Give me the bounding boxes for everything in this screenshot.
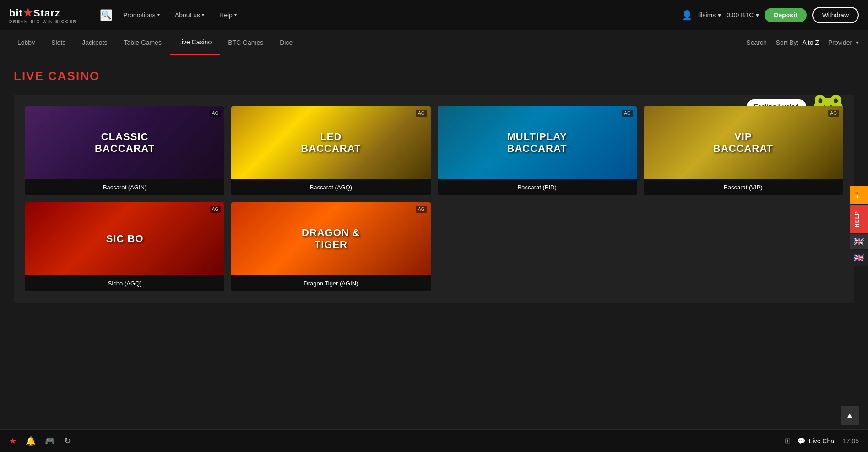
secondary-nav-right: Search Sort By: A to Z Provider ▾	[746, 39, 859, 46]
live-chat-button[interactable]: 💬 Live Chat	[797, 437, 836, 445]
main-content: LIVE CASINO Feeling Lucky! 🐸 CLASSICBACC…	[0, 55, 868, 330]
game-image-multiplay: MULTIPLAYBACCARAT AG	[438, 106, 637, 179]
logo-tagline: DREAM BIG WIN BIGGER	[9, 19, 77, 24]
live-chat-label: Live Chat	[809, 437, 836, 445]
game-image-vip: VIPBACCARAT AG	[644, 106, 843, 179]
bottom-bar: ★ 🔔 🎮 ↻ ⊞ 💬 Live Chat 17:05	[0, 429, 868, 452]
username-chevron: ▾	[718, 11, 721, 19]
game-label-baccarat-vip: Baccarat (VIP)	[644, 179, 843, 195]
games-grid-row1: CLASSICBACCARAT AG Baccarat (AGIN) LEDBA…	[25, 106, 843, 195]
bottom-icons: ★ 🔔 🎮 ↻	[9, 436, 71, 446]
deposit-button[interactable]: Deposit	[765, 8, 806, 22]
sidebar-tab-flag2[interactable]: 🇬🇧	[850, 250, 868, 266]
game-title-multiplay: MULTIPLAYBACCARAT	[507, 131, 567, 155]
right-sidebar: 🏆 HELP 🇬🇧 🇬🇧	[850, 186, 868, 266]
live-chat-icon: 💬	[797, 437, 805, 445]
game-card-baccarat-agq[interactable]: LEDBACCARAT AG Baccarat (AGQ)	[231, 106, 430, 195]
promotions-chevron: ▾	[157, 12, 160, 17]
game-label-baccarat-agq: Baccarat (AGQ)	[231, 179, 430, 195]
logo[interactable]: bit★Starz DREAM BIG WIN BIGGER	[9, 6, 77, 24]
ag-badge-multiplay: AG	[622, 110, 633, 117]
game-title-dragon: DRAGON &TIGER	[302, 227, 360, 251]
game-image-dragon: DRAGON &TIGER AG	[231, 202, 430, 275]
game-card-baccarat-vip[interactable]: VIPBACCARAT AG Baccarat (VIP)	[644, 106, 843, 195]
game-card-baccarat-bid[interactable]: MULTIPLAYBACCARAT AG Baccarat (BID)	[438, 106, 637, 195]
secondary-nav-left: Lobby Slots Jackpots Table Games Live Ca…	[9, 30, 746, 55]
sec-nav-tablegames[interactable]: Table Games	[116, 30, 170, 55]
game-title-overlay-dragon: DRAGON &TIGER	[231, 202, 430, 275]
time-display: 17:05	[843, 437, 859, 445]
sec-nav-dice[interactable]: Dice	[271, 30, 301, 55]
header-right: 👤 lilsims ▾ 0.00 BTC ▾ Deposit Withdraw	[681, 7, 859, 23]
game-image-classic: CLASSICBACCARAT AG	[25, 106, 224, 179]
scroll-to-top-button[interactable]: ▲	[841, 406, 859, 425]
game-title-led: LEDBACCARAT	[301, 131, 361, 155]
bottom-right: ⊞ 💬 Live Chat 17:05	[785, 436, 859, 445]
balance-chevron: ▾	[756, 11, 759, 19]
provider-label[interactable]: Provider ▾	[828, 39, 859, 46]
game-label-sicbo: Sicbo (AGQ)	[25, 275, 224, 291]
sidebar-tab-trophy[interactable]: 🏆	[850, 186, 868, 204]
game-card-sicbo[interactable]: SIC BO AG Sicbo (AGQ)	[25, 202, 224, 291]
games-grid-row2: SIC BO AG Sicbo (AGQ) DRAGON &TIGER AG D…	[25, 202, 843, 291]
search-label[interactable]: Search	[746, 39, 766, 46]
ag-badge-led: AG	[416, 110, 427, 117]
sec-nav-livecasino[interactable]: Live Casino	[170, 30, 220, 55]
game-card-baccarat-agin[interactable]: CLASSICBACCARAT AG Baccarat (AGIN)	[25, 106, 224, 195]
secondary-nav: Lobby Slots Jackpots Table Games Live Ca…	[0, 30, 868, 55]
game-title-overlay-sicbo: SIC BO	[25, 202, 224, 275]
user-avatar-icon: 👤	[681, 10, 693, 21]
game-label-baccarat-bid: Baccarat (BID)	[438, 179, 637, 195]
search-icon[interactable]: 🔍	[100, 9, 112, 21]
balance-display[interactable]: 0.00 BTC ▾	[727, 11, 759, 19]
main-nav: Promotions ▾ About us ▾ Help ▾	[117, 0, 681, 30]
header: bit★Starz DREAM BIG WIN BIGGER 🔍 Promoti…	[0, 0, 868, 30]
nav-help[interactable]: Help ▾	[213, 0, 243, 30]
sec-nav-slots[interactable]: Slots	[43, 30, 74, 55]
game-title-sicbo: SIC BO	[106, 233, 144, 245]
provider-chevron: ▾	[856, 39, 859, 46]
sidebar-tab-flag1[interactable]: 🇬🇧	[850, 234, 868, 249]
username-label: lilsims	[698, 11, 716, 19]
help-chevron: ▾	[234, 12, 237, 17]
logo-name: bit★Starz	[9, 6, 77, 19]
game-image-sicbo: SIC BO AG	[25, 202, 224, 275]
game-title-overlay-vip: VIPBACCARAT	[644, 106, 843, 179]
ag-badge-dragon: AG	[416, 206, 427, 213]
sec-nav-lobby[interactable]: Lobby	[9, 30, 43, 55]
ag-badge-vip: AG	[828, 110, 839, 117]
ag-badge-classic: AG	[210, 110, 221, 117]
header-divider	[93, 6, 93, 24]
game-title-classic: CLASSICBACCARAT	[95, 131, 155, 155]
withdraw-button[interactable]: Withdraw	[812, 7, 859, 23]
sec-nav-btcgames[interactable]: BTC Games	[220, 30, 271, 55]
logo-star: ★	[23, 6, 33, 19]
nav-aboutus[interactable]: About us ▾	[168, 0, 211, 30]
game-title-overlay-led: LEDBACCARAT	[231, 106, 430, 179]
calculator-icon[interactable]: ⊞	[785, 436, 791, 445]
game-label-baccarat-agin: Baccarat (AGIN)	[25, 179, 224, 195]
games-container: Feeling Lucky! 🐸 CLASSICBACCARAT AG Bacc…	[14, 95, 854, 303]
game-label-dragon-tiger: Dragon Tiger (AGIN)	[231, 275, 430, 291]
game-card-dragon-tiger[interactable]: DRAGON &TIGER AG Dragon Tiger (AGIN)	[231, 202, 430, 291]
balance-value: 0.00 BTC	[727, 11, 754, 19]
sidebar-tab-help[interactable]: HELP	[850, 205, 868, 233]
page-title: LIVE CASINO	[14, 69, 854, 83]
game-title-vip: VIPBACCARAT	[713, 131, 773, 155]
notifications-icon[interactable]: 🔔	[26, 436, 36, 446]
ag-badge-sicbo: AG	[210, 206, 221, 213]
game-title-overlay-classic: CLASSICBACCARAT	[25, 106, 224, 179]
game-title-overlay-multiplay: MULTIPLAYBACCARAT	[438, 106, 637, 179]
aboutus-chevron: ▾	[202, 12, 204, 17]
username-dropdown[interactable]: lilsims ▾	[698, 11, 721, 19]
favorites-icon[interactable]: ★	[9, 436, 16, 446]
gamepad-icon[interactable]: 🎮	[45, 436, 55, 446]
game-image-led: LEDBACCARAT AG	[231, 106, 430, 179]
sec-nav-jackpots[interactable]: Jackpots	[74, 30, 115, 55]
refresh-icon[interactable]: ↻	[64, 436, 71, 446]
sortby-label: Sort By: A to Z	[776, 39, 819, 46]
nav-promotions[interactable]: Promotions ▾	[117, 0, 166, 30]
